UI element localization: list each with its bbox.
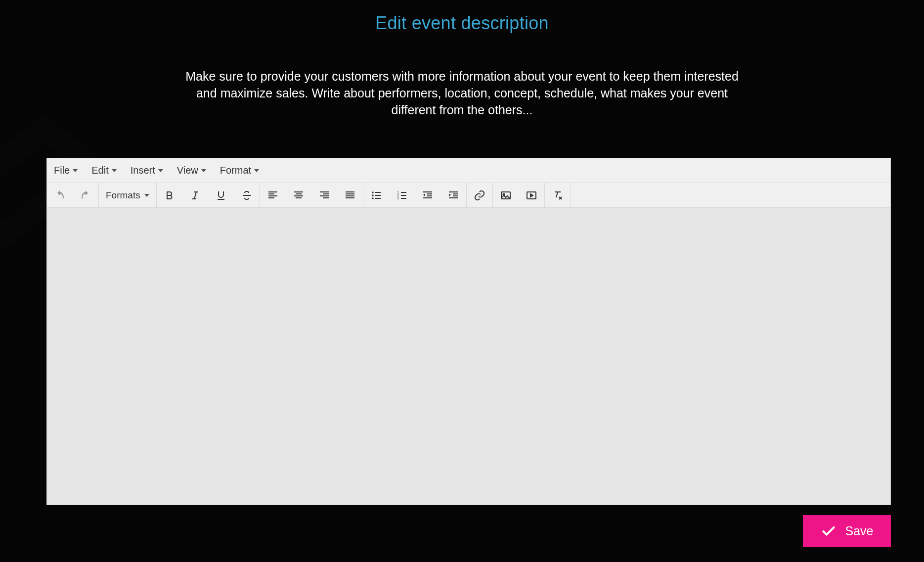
bold-button[interactable] [157,183,182,208]
video-button[interactable] [519,183,544,208]
strikethrough-icon [241,189,253,201]
save-button[interactable]: Save [803,515,891,547]
toolbar-group-align [260,183,363,207]
page-root: Edit event description Make sure to prov… [0,0,924,562]
image-button[interactable] [493,183,519,208]
toolbar-group-formats: Formats [99,183,157,207]
menu-edit[interactable]: Edit [88,162,120,179]
page-subtitle: Make sure to provide your customers with… [178,68,747,118]
italic-icon [189,189,201,201]
bullet-list-button[interactable] [363,183,389,208]
clear-format-icon [552,189,564,201]
image-icon [500,189,512,201]
italic-button[interactable] [182,183,208,208]
chevron-down-icon [201,169,206,172]
chevron-down-icon [254,169,259,172]
editor-menubar: File Edit Insert View Format [47,158,890,183]
outdent-icon [422,189,434,201]
menu-format[interactable]: Format [216,162,263,179]
menu-format-label: Format [220,165,251,176]
redo-icon [80,189,91,201]
chevron-down-icon [73,169,78,172]
check-icon [821,523,836,539]
align-left-icon [267,189,279,201]
numbered-list-button[interactable]: 123 [389,183,415,208]
toolbar-group-text-style [157,183,260,207]
menu-edit-label: Edit [91,165,108,176]
undo-button[interactable] [47,183,73,208]
menu-insert[interactable]: Insert [127,162,167,179]
clear-format-button[interactable] [545,183,571,208]
svg-point-2 [372,197,374,199]
link-icon [474,189,485,201]
toolbar-group-list: 123 [363,183,467,207]
numbered-list-icon: 123 [396,189,408,201]
bullet-list-icon [370,189,382,201]
menu-insert-label: Insert [131,165,155,176]
toolbar-group-history [47,183,99,207]
align-justify-icon [344,189,356,201]
redo-button[interactable] [73,183,98,208]
save-button-label: Save [845,524,874,538]
undo-icon [54,189,66,201]
menu-view[interactable]: View [173,162,210,179]
link-button[interactable] [467,183,492,208]
svg-point-0 [372,191,374,193]
menu-file-label: File [54,165,70,176]
svg-point-1 [372,194,374,196]
indent-icon [447,189,459,201]
chevron-down-icon [112,169,117,172]
chevron-down-icon [144,194,149,197]
toolbar-group-media [493,183,545,207]
strikethrough-button[interactable] [234,183,260,208]
indent-button[interactable] [440,183,466,208]
align-center-button[interactable] [286,183,311,208]
editor-content-area[interactable] [47,208,890,505]
video-icon [526,189,537,201]
page-title: Edit event description [0,13,924,34]
align-right-icon [318,189,330,201]
menu-file[interactable]: File [50,162,82,179]
bold-icon [164,189,176,201]
editor-toolbar: Formats [47,183,890,208]
underline-icon [215,189,227,201]
formats-dropdown[interactable]: Formats [99,190,156,201]
formats-label: Formats [106,190,140,201]
outdent-button[interactable] [415,183,440,208]
align-center-icon [293,189,305,201]
rich-text-editor: File Edit Insert View Format [46,158,891,505]
menu-view-label: View [177,165,198,176]
align-right-button[interactable] [311,183,337,208]
svg-text:3: 3 [397,196,399,200]
align-left-button[interactable] [260,183,286,208]
toolbar-group-link [467,183,493,207]
align-justify-button[interactable] [337,183,363,208]
toolbar-group-clear [545,183,571,207]
underline-button[interactable] [208,183,234,208]
chevron-down-icon [158,169,163,172]
